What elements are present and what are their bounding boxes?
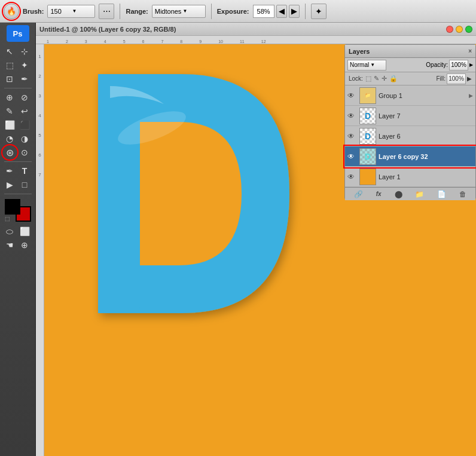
new-group-btn[interactable]: 📁 — [413, 190, 426, 198]
opacity-arrow[interactable]: ▶ — [469, 62, 473, 68]
hand-zoom-pair: ☚ ⊕ — [3, 238, 33, 252]
heal-tools-pair: ⊕ ⊘ — [3, 91, 33, 104]
window-buttons — [446, 26, 472, 33]
pen-tools-pair: ✒ T — [3, 164, 33, 177]
main-area: Ps ↖ ⊹ ⬚ ✦ ⊡ ✒ ⊕ ⊘ ✎ ↩ ⬜ ⬛ ◔ ◑ — [0, 23, 476, 456]
burn-icon: 🔥 — [7, 7, 16, 16]
layer-row-layer6[interactable]: 👁 D Layer 6 — [345, 126, 475, 146]
layer-row-layer1[interactable]: 👁 Layer 1 — [345, 167, 475, 187]
foreground-color-swatch[interactable] — [5, 199, 20, 215]
blend-mode-dropdown[interactable]: Normal ▼ — [347, 60, 386, 71]
blend-mode-arrow: ▼ — [370, 62, 375, 68]
ruler-vertical: 1 2 3 4 5 6 7 — [36, 44, 44, 456]
fill-group: Fill: 100% ▶ — [436, 74, 472, 84]
fill-arrow[interactable]: ▶ — [467, 75, 472, 82]
d-letter-graphic — [62, 56, 337, 331]
history-brush-btn[interactable]: ↩ — [18, 105, 32, 118]
range-dropdown[interactable]: Midtones ▼ — [152, 5, 206, 18]
brush-options-btn[interactable]: ⋯ — [99, 4, 114, 19]
magic-wand-btn[interactable]: ✦ — [18, 59, 32, 72]
opacity-value[interactable]: 100% — [449, 60, 468, 71]
clone-stamp-btn[interactable]: ⊛ — [3, 146, 17, 159]
brush-tools-pair: ✎ ↩ — [3, 105, 33, 118]
group-expand-icon[interactable]: ▶ — [469, 93, 473, 99]
layer-thumb-layer6: D — [359, 128, 376, 145]
layer-eye-group1[interactable]: 👁 — [347, 91, 357, 100]
layer-thumb-layer7: D — [359, 108, 376, 124]
exposure-increase-btn[interactable]: ▶ — [289, 5, 300, 18]
delete-layer-btn[interactable]: 🗑 — [457, 190, 468, 198]
layer-row-group1[interactable]: 👁 📁 Group 1 ▶ — [345, 85, 475, 106]
brush-tool-btn[interactable]: ✎ — [3, 105, 17, 118]
blur-tool-btn[interactable]: ◔ — [3, 132, 17, 145]
toolbar-divider-2 — [4, 161, 32, 162]
layer-eye-layer1[interactable]: 👁 — [347, 173, 357, 181]
text-tool-btn[interactable]: T — [18, 164, 32, 177]
shape-tools-pair: ▶ □ — [3, 178, 33, 191]
layer-row-layer6-copy32[interactable]: 👁 D Layer 6 copy 32 — [345, 146, 475, 167]
fill-value[interactable]: 100% — [447, 74, 466, 84]
hand-tool-btn[interactable]: ☚ — [3, 238, 17, 252]
reset-colors-btn[interactable]: ⬚ — [5, 216, 10, 222]
layer-eye-layer7[interactable]: 👁 — [347, 112, 357, 120]
fill-tool-btn[interactable]: ⬛ — [18, 118, 32, 131]
layers-panel: Layers × Normal ▼ Opacity: 100% ▶ — [344, 44, 476, 200]
layer-row-layer7[interactable]: 👁 D Layer 7 — [345, 106, 475, 126]
blur-tools-pair: ◔ ◑ — [3, 132, 33, 145]
brush-size-dropdown[interactable]: 150 ▼ — [47, 5, 95, 18]
crop-tools-pair: ⊡ ✒ — [3, 72, 33, 85]
layers-panel-title: Layers — [349, 48, 370, 55]
shape-tool-btn[interactable]: □ — [18, 178, 32, 191]
toolbar-separator-1 — [120, 4, 120, 19]
new-fill-btn[interactable]: ⬤ — [393, 190, 404, 198]
window-close-btn[interactable] — [446, 26, 453, 33]
eraser-tools-pair: ⬜ ⬛ — [3, 118, 33, 131]
color-swatches: ⬚ — [5, 199, 31, 222]
layer-eye-layer6copy32[interactable]: 👁 — [347, 152, 357, 161]
pen-tool-btn[interactable]: ✒ — [3, 164, 17, 177]
ruler-horizontal: 1 2 3 4 5 6 7 8 9 10 11 12 — [36, 36, 476, 44]
zoom-tool-btn[interactable]: ⊕ — [18, 238, 32, 252]
lock-all-icon[interactable]: 🔒 — [389, 75, 398, 82]
opacity-label: Opacity: — [426, 62, 448, 68]
range-arrow: ▼ — [182, 8, 202, 14]
crop-tool-btn[interactable]: ⊡ — [3, 72, 17, 85]
sharpen-tool-btn[interactable]: ◑ — [18, 132, 32, 145]
ps-logo: Ps — [7, 25, 29, 42]
top-toolbar: 🔥 Brush: 150 ▼ ⋯ Range: Midtones ▼ Expos… — [0, 0, 476, 23]
airbrush-btn[interactable]: ✦ — [311, 4, 327, 19]
layers-bottom-toolbar: 🔗 fx ⬤ 📁 📄 🗑 — [345, 187, 475, 200]
exposure-decrease-btn[interactable]: ◀ — [276, 5, 287, 18]
eraser-tool-btn[interactable]: ⬜ — [3, 118, 17, 131]
layer-name-layer7: Layer 7 — [379, 112, 473, 120]
window-minimize-btn[interactable] — [456, 26, 463, 33]
toolbar-separator-2 — [211, 4, 212, 19]
lock-transparent-icon[interactable]: ⬚ — [365, 75, 371, 82]
fx-btn[interactable]: fx — [374, 191, 383, 197]
exposure-label: Exposure: — [217, 8, 249, 15]
brush-tool-btn[interactable]: 🔥 — [4, 4, 19, 19]
patch-tool-btn[interactable]: ⊘ — [18, 91, 32, 104]
lock-image-icon[interactable]: ✎ — [374, 75, 379, 82]
brush-label: Brush: — [23, 8, 44, 15]
eyedropper-btn[interactable]: ✒ — [18, 72, 32, 85]
new-layer-btn[interactable]: 📄 — [435, 190, 448, 198]
lock-position-icon[interactable]: ✛ — [382, 75, 387, 82]
svg-rect-0 — [98, 74, 140, 313]
heal-tool-btn[interactable]: ⊕ — [3, 91, 17, 104]
quick-mask-btn[interactable]: ⬭ — [3, 225, 17, 238]
link-layers-btn[interactable]: 🔗 — [352, 190, 365, 198]
exposure-group: 58% ◀ ▶ — [253, 5, 300, 18]
move-tool-btn[interactable]: ↖ — [3, 45, 17, 58]
toolbar-separator-3 — [305, 4, 306, 19]
lasso-tool-btn[interactable]: ⬚ — [3, 59, 17, 72]
screen-mode-btn[interactable]: ⬜ — [18, 225, 32, 238]
layers-panel-close-btn[interactable]: × — [468, 48, 472, 54]
smudge-tool-btn[interactable]: ⊙ — [18, 146, 32, 159]
layer-thumb-group1: 📁 — [359, 87, 376, 104]
range-label: Range: — [126, 8, 148, 15]
select-tool-btn[interactable]: ⊹ — [18, 45, 32, 58]
layer-eye-layer6[interactable]: 👁 — [347, 132, 357, 140]
path-select-btn[interactable]: ▶ — [3, 178, 17, 191]
window-maximize-btn[interactable] — [465, 26, 472, 33]
